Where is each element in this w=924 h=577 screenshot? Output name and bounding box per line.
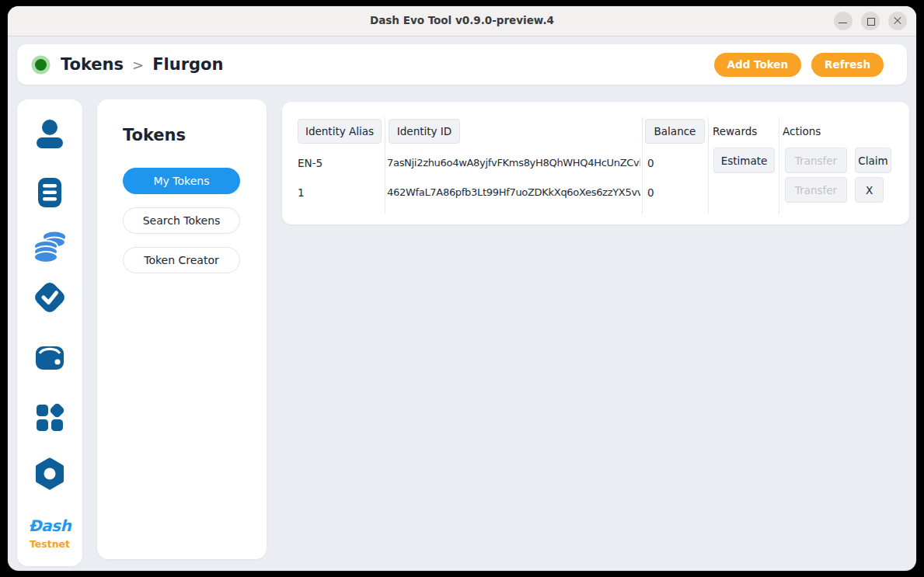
sort-identity-id-button[interactable]: Identity ID — [389, 119, 460, 144]
header-bar: Tokens > Flurgon Add Token Refresh — [17, 44, 907, 85]
titlebar[interactable]: Dash Evo Tool v0.9.0-preview.4 — [8, 6, 916, 36]
minimize-icon — [839, 23, 847, 23]
document-icon — [32, 175, 68, 210]
hexagon-nut-icon — [32, 457, 68, 492]
token-table: Identity Alias Identity ID Balance Rewar… — [282, 102, 909, 224]
row1-identity-alias: EN-5 — [298, 157, 323, 169]
wallet-icon — [32, 339, 68, 375]
row1-identity-id: 7asNji2zhu6o4wA8yjfvFKms8yH8QhWHQ4HcUnZC… — [387, 157, 640, 169]
maximize-button[interactable] — [861, 12, 880, 30]
column-divider — [385, 117, 385, 214]
row1-estimate-button[interactable]: Estimate — [713, 148, 775, 173]
column-divider — [642, 117, 643, 214]
breadcrumb-root[interactable]: Tokens — [61, 55, 124, 74]
sidebar-item-identities[interactable] — [32, 116, 68, 152]
row2-identity-id: 462WfaL7A86pfb3Lt99Hf7uoZDKkXq6oXes6zzYX… — [387, 186, 640, 198]
tokens-panel-title: Tokens — [123, 126, 186, 144]
network-label: Testnet — [17, 538, 82, 550]
sort-identity-alias-button[interactable]: Identity Alias — [298, 119, 382, 144]
nav-token-creator[interactable]: Token Creator — [123, 247, 240, 273]
rewards-column-header: Rewards — [713, 125, 757, 137]
sidebar: Ðash Testnet — [17, 99, 82, 566]
window-title: Dash Evo Tool v0.9.0-preview.4 — [8, 14, 916, 26]
sidebar-item-apps[interactable] — [32, 399, 68, 435]
row2-balance: 0 — [647, 186, 654, 199]
close-button[interactable] — [888, 12, 907, 30]
nav-search-tokens[interactable]: Search Tokens — [123, 207, 240, 234]
row1-balance: 0 — [647, 157, 654, 169]
row2-transfer-button[interactable]: Transfer — [785, 177, 847, 203]
row1-transfer-button[interactable]: Transfer — [785, 148, 847, 173]
row1-claim-button[interactable]: Claim — [855, 148, 891, 173]
sidebar-item-platform[interactable] — [32, 457, 68, 492]
column-divider — [708, 117, 709, 214]
row2-remove-button[interactable]: X — [855, 177, 884, 203]
person-icon — [32, 116, 68, 152]
refresh-button[interactable]: Refresh — [811, 53, 884, 77]
row2-identity-alias: 1 — [298, 186, 305, 199]
app-window: Dash Evo Tool v0.9.0-preview.4 Tokens > … — [8, 6, 916, 571]
sort-balance-button[interactable]: Balance — [645, 119, 705, 144]
sidebar-item-wallet[interactable] — [32, 339, 68, 375]
dash-logo[interactable]: Ðash — [17, 516, 82, 535]
coins-icon — [32, 229, 68, 265]
add-token-button[interactable]: Add Token — [714, 53, 802, 77]
minimize-button[interactable] — [834, 12, 853, 30]
column-divider — [779, 117, 779, 214]
actions-column-header: Actions — [783, 125, 821, 137]
sidebar-item-tokens[interactable] — [32, 229, 68, 265]
sidebar-item-proofs[interactable] — [32, 280, 68, 315]
sidebar-item-contracts[interactable] — [32, 175, 68, 210]
connection-status-icon — [35, 59, 47, 71]
check-badge-icon — [32, 280, 68, 315]
tokens-panel: Tokens My Tokens Search Tokens Token Cre… — [97, 99, 267, 559]
nav-my-tokens[interactable]: My Tokens — [123, 168, 240, 194]
breadcrumb-separator: > — [132, 57, 144, 73]
apps-grid-icon — [32, 399, 68, 435]
maximize-icon — [867, 18, 875, 26]
screen: Dash Evo Tool v0.9.0-preview.4 Tokens > … — [0, 0, 924, 577]
breadcrumb-current: Flurgon — [152, 55, 223, 74]
